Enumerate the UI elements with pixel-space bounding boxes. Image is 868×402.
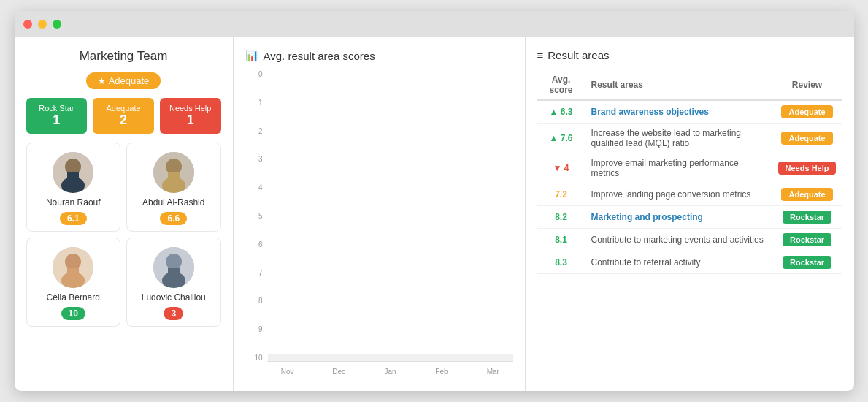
- minimize-button[interactable]: [38, 20, 47, 29]
- titlebar: [15, 11, 854, 37]
- bar-label-mar: Mar: [487, 368, 499, 376]
- members-grid: Nouran Raouf 6.1 Abdul Al-Rashid 6.: [26, 143, 221, 327]
- result-areas-title: ≡ Result areas: [537, 49, 842, 61]
- area-cell-1: Increase the website lead to marketing q…: [585, 124, 772, 153]
- table-row-2: ▼ 4Improve email marketing performance m…: [537, 153, 842, 183]
- avatar-4: [153, 247, 194, 288]
- y-axis: 10 9 8 7 6 5 4 3 2 1 0: [245, 71, 266, 362]
- member-score-3: 10: [61, 307, 85, 320]
- chart-container: 10 9 8 7 6 5 4 3 2 1 0: [245, 71, 513, 379]
- overall-badge: ★ Adequate: [86, 72, 161, 89]
- table-row-5: 8.1Contribute to marketing events and ac…: [537, 229, 842, 251]
- bar-chart-icon: 📊: [245, 49, 259, 62]
- review-button-3[interactable]: Adequate: [781, 188, 832, 201]
- bar-label-jan: Jan: [384, 368, 396, 376]
- review-button-0[interactable]: Adequate: [781, 105, 832, 118]
- member-score-2: 6.6: [160, 212, 187, 225]
- maximize-button[interactable]: [53, 20, 61, 29]
- score-cell-4: 8.2: [537, 206, 585, 229]
- table-header-row: Avg. score Result areas Review: [537, 70, 842, 100]
- table-row-0: ▲ 6.3Brand awareness objectivesAdequate: [537, 100, 842, 124]
- team-title: Marketing Team: [80, 49, 168, 64]
- score-cell-2: ▼ 4: [537, 153, 585, 183]
- header-result-areas: Result areas: [585, 70, 772, 100]
- member-score-4: 3: [164, 307, 183, 320]
- area-cell-4: Marketing and prospecting: [585, 206, 772, 229]
- chart-area: 10 9 8 7 6 5 4 3 2 1 0: [245, 71, 513, 379]
- svg-rect-15: [168, 268, 180, 275]
- close-button[interactable]: [23, 20, 32, 29]
- avatar-2: [153, 152, 194, 193]
- review-cell-2: Needs Help: [772, 153, 842, 183]
- svg-rect-11: [67, 268, 79, 275]
- score-cell-6: 8.3: [537, 251, 585, 274]
- svg-rect-3: [67, 172, 79, 180]
- review-button-5[interactable]: Rockstar: [783, 233, 831, 246]
- result-areas-panel: ≡ Result areas Avg. score Result areas R…: [526, 37, 854, 391]
- bar-label-feb: Feb: [435, 368, 448, 376]
- score-cell-1: ▲ 7.6: [537, 124, 585, 153]
- avatar-1: [53, 152, 93, 193]
- review-button-4[interactable]: Rockstar: [783, 211, 831, 224]
- area-cell-6: Contribute to referral activity: [585, 251, 772, 274]
- review-cell-3: Adequate: [772, 183, 842, 206]
- result-table: Avg. score Result areas Review ▲ 6.3Bran…: [537, 70, 842, 274]
- needs-help-count: 1: [164, 113, 217, 128]
- svg-point-13: [166, 254, 182, 270]
- member-name-4: Ludovic Chaillou: [142, 292, 206, 303]
- member-name-3: Celia Bernard: [47, 292, 100, 303]
- score-cell-0: ▲ 6.3: [537, 100, 585, 124]
- header-review: Review: [772, 70, 842, 100]
- area-cell-0: Brand awareness objectives: [585, 100, 772, 124]
- needs-help-stat: Needs Help 1: [160, 98, 221, 134]
- score-cell-5: 8.1: [537, 229, 585, 251]
- member-score-1: 6.1: [60, 212, 87, 225]
- table-row-4: 8.2Marketing and prospectingRockstar: [537, 206, 842, 229]
- member-name-2: Abdul Al-Rashid: [142, 197, 204, 208]
- table-row-6: 8.3Contribute to referral activityRockst…: [537, 251, 842, 274]
- rockstar-label: Rock Star: [31, 104, 83, 113]
- svg-point-9: [65, 254, 81, 270]
- rockstar-stat: Rock Star 1: [26, 98, 88, 134]
- main-window: Marketing Team ★ Adequate Rock Star 1 Ad…: [15, 11, 854, 391]
- filter-icon: ≡: [537, 49, 544, 61]
- review-button-1[interactable]: Adequate: [781, 132, 832, 145]
- header-avg-score: Avg. score: [537, 70, 585, 100]
- member-card-4[interactable]: Ludovic Chaillou 3: [126, 238, 221, 327]
- member-name-1: Nouran Raouf: [46, 197, 101, 208]
- review-cell-6: Rockstar: [772, 251, 842, 274]
- area-cell-5: Contribute to marketing events and activ…: [585, 229, 772, 251]
- review-cell-5: Rockstar: [772, 229, 842, 251]
- svg-rect-7: [168, 172, 180, 180]
- review-cell-0: Adequate: [772, 100, 842, 124]
- area-cell-3: Improve landing page conversion metrics: [585, 183, 772, 206]
- adequate-stat: Adequate 2: [93, 98, 154, 134]
- member-card-2[interactable]: Abdul Al-Rashid 6.6: [126, 143, 221, 232]
- adequate-label: Adequate: [97, 104, 150, 113]
- member-card-3[interactable]: Celia Bernard 10: [26, 238, 121, 327]
- bar-label-nov: Nov: [281, 368, 294, 376]
- team-panel: Marketing Team ★ Adequate Rock Star 1 Ad…: [15, 37, 234, 391]
- table-row-3: 7.2Improve landing page conversion metri…: [537, 183, 842, 206]
- score-cell-3: 7.2: [537, 183, 585, 206]
- star-icon: ★: [98, 76, 106, 86]
- adequate-count: 2: [97, 113, 150, 128]
- chart-panel: 📊 Avg. result area scores 10 9 8 7 6 5 4…: [234, 37, 526, 391]
- svg-point-1: [65, 159, 81, 175]
- bar-label-dec: Dec: [332, 368, 345, 376]
- review-button-2[interactable]: Needs Help: [778, 162, 837, 175]
- review-cell-4: Rockstar: [772, 206, 842, 229]
- avatar-3: [53, 247, 93, 288]
- area-cell-2: Improve email marketing performance metr…: [585, 153, 772, 183]
- review-cell-1: Adequate: [772, 124, 842, 153]
- content-area: Marketing Team ★ Adequate Rock Star 1 Ad…: [15, 37, 854, 391]
- svg-point-5: [166, 159, 182, 175]
- member-card-1[interactable]: Nouran Raouf 6.1: [26, 143, 121, 232]
- review-button-6[interactable]: Rockstar: [783, 256, 831, 269]
- stats-row: Rock Star 1 Adequate 2 Needs Help 1: [26, 98, 221, 134]
- rockstar-count: 1: [31, 113, 83, 128]
- chart-title: 📊 Avg. result area scores: [245, 49, 513, 62]
- table-row-1: ▲ 7.6Increase the website lead to market…: [537, 124, 842, 153]
- needs-help-label: Needs Help: [164, 104, 217, 113]
- bars-area: NovDecJanFebMar: [267, 361, 513, 362]
